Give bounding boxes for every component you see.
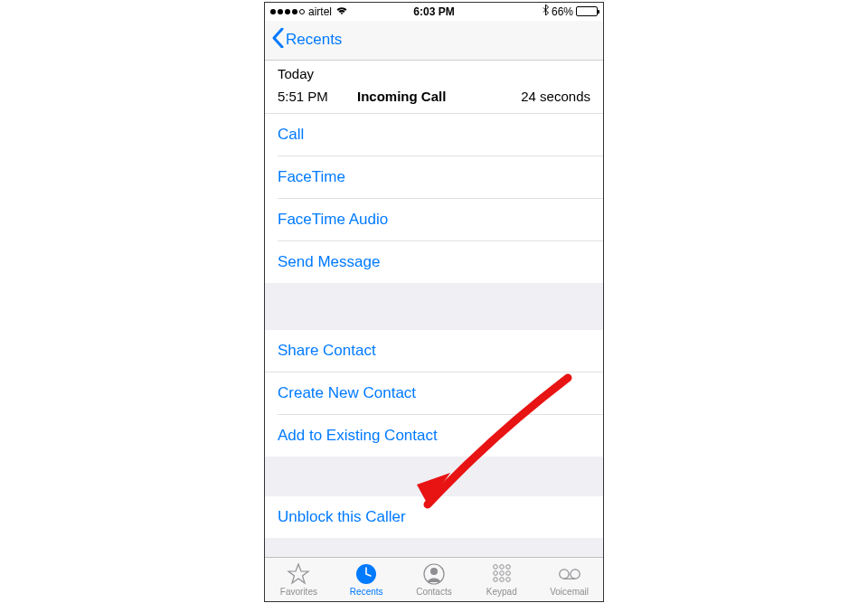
clock-label: 6:03 PM <box>413 5 454 18</box>
svg-point-5 <box>505 564 510 569</box>
create-new-contact-button[interactable]: Create New Contact <box>278 372 603 415</box>
call-time: 5:51 PM <box>278 89 357 104</box>
tab-recents[interactable]: Recents <box>333 558 401 601</box>
battery-icon <box>576 6 598 16</box>
voicemail-icon <box>558 562 581 586</box>
keypad-icon <box>490 562 514 586</box>
svg-point-13 <box>570 569 579 578</box>
svg-point-4 <box>499 564 504 569</box>
tab-favorites[interactable]: Favorites <box>265 558 333 601</box>
svg-point-11 <box>505 577 510 581</box>
call-type: Incoming Call <box>357 89 521 104</box>
svg-point-6 <box>493 570 497 575</box>
tab-contacts[interactable]: Contacts <box>401 558 468 601</box>
day-header: Today <box>265 61 603 83</box>
carrier-label: airtel <box>308 5 332 18</box>
wifi-icon <box>335 5 348 18</box>
tab-keypad[interactable]: Keypad <box>467 558 535 601</box>
call-button[interactable]: Call <box>278 114 603 156</box>
svg-point-3 <box>493 564 497 569</box>
tab-label: Contacts <box>416 587 451 597</box>
back-chevron-icon[interactable] <box>272 27 284 52</box>
svg-point-8 <box>505 570 510 575</box>
svg-point-10 <box>499 577 504 581</box>
nav-bar: Recents <box>265 21 603 61</box>
tab-label: Recents <box>350 587 383 597</box>
star-icon <box>287 562 310 586</box>
content-scroll[interactable]: Today 5:51 PM Incoming Call 24 seconds C… <box>265 61 603 557</box>
tab-bar: Favorites Recents Contacts Keypad <box>265 557 603 601</box>
unblock-caller-button[interactable]: Unblock this Caller <box>265 496 603 538</box>
add-existing-contact-button[interactable]: Add to Existing Contact <box>265 415 603 457</box>
svg-point-7 <box>499 570 504 575</box>
send-message-button[interactable]: Send Message <box>265 241 603 283</box>
share-contact-button[interactable]: Share Contact <box>265 330 603 372</box>
battery-pct-label: 66% <box>552 5 573 18</box>
call-duration: 24 seconds <box>521 89 590 104</box>
back-button-label[interactable]: Recents <box>286 31 342 49</box>
person-icon <box>422 562 446 586</box>
tab-label: Keypad <box>486 587 517 597</box>
tab-voicemail[interactable]: Voicemail <box>535 558 603 601</box>
call-log-row: 5:51 PM Incoming Call 24 seconds <box>265 83 603 114</box>
svg-point-2 <box>430 568 438 575</box>
clock-icon <box>354 562 378 586</box>
tab-label: Voicemail <box>550 587 589 597</box>
status-bar: airtel 6:03 PM 66% <box>265 3 603 21</box>
facetime-audio-button[interactable]: FaceTime Audio <box>278 199 603 241</box>
phone-frame: airtel 6:03 PM 66% Recents Today 5:51 PM… <box>264 2 604 602</box>
svg-point-9 <box>493 577 497 581</box>
bluetooth-icon <box>542 5 549 18</box>
svg-point-12 <box>559 569 568 578</box>
signal-dots-icon <box>270 9 305 14</box>
tab-label: Favorites <box>280 587 317 597</box>
facetime-button[interactable]: FaceTime <box>278 156 603 199</box>
